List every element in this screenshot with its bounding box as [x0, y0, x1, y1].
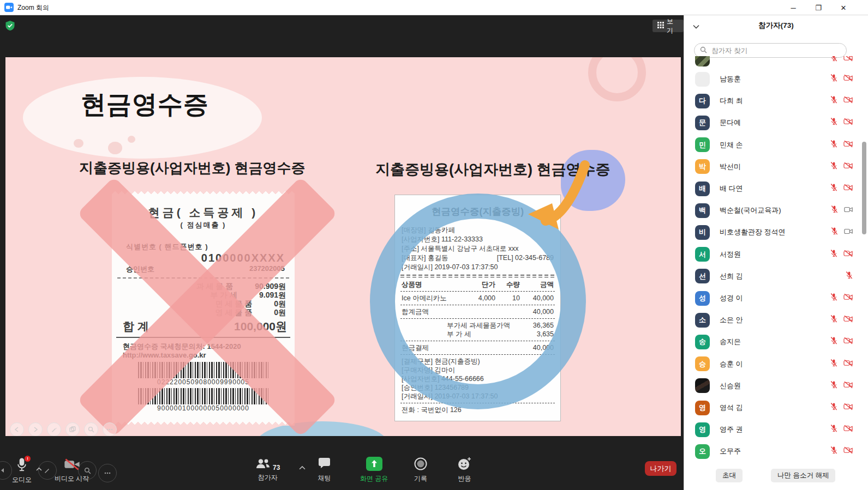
participant-search-input[interactable]	[710, 46, 841, 55]
participant-row[interactable]: 선선희 김	[684, 265, 861, 287]
toolbar-prev-button[interactable]	[0, 461, 12, 480]
video-off-icon	[843, 315, 853, 325]
audio-menu-chevron-icon[interactable]	[36, 463, 42, 473]
video-on-icon	[844, 227, 853, 237]
mic-muted-icon	[830, 205, 839, 216]
avatar	[695, 378, 710, 393]
participant-row[interactable]: 박박선미	[684, 156, 861, 178]
toolbar-more-button[interactable]	[98, 464, 117, 482]
meeting-area: 보기 현금영수증 지출증빙용(사업자번호) 현금영수증 지출증빙용(사업자번호)…	[0, 15, 684, 490]
panel-title: 참가자(73)	[684, 21, 868, 31]
participant-list-scrollbar[interactable]	[862, 142, 866, 234]
avatar: 영	[695, 422, 710, 437]
mic-icon: !	[16, 458, 28, 474]
reactions-button[interactable]: 반응	[457, 457, 472, 483]
participant-row[interactable]: 성성경 이	[684, 287, 861, 309]
invite-button[interactable]: 초대	[716, 469, 743, 482]
receipt-info-line: [주소] 서울특별시 강남구 서초대로 xxx	[402, 244, 554, 253]
minimize-button[interactable]: ─	[781, 0, 805, 15]
avatar: 문	[695, 116, 710, 130]
participant-row[interactable]: 백백순철(국어교육과)	[684, 199, 861, 221]
participants-menu-chevron-icon[interactable]	[299, 462, 306, 472]
mic-muted-icon	[830, 56, 838, 64]
participants-button[interactable]: 73 참가자	[255, 458, 280, 482]
zoom-tool-button[interactable]	[84, 422, 98, 436]
chat-button[interactable]: 채팅	[318, 458, 331, 483]
participant-name: 영석 김	[720, 403, 830, 413]
slide-title: 현금영수증	[81, 88, 209, 122]
more-tools-button[interactable]	[103, 422, 117, 436]
audio-button[interactable]: ! 오디오	[12, 458, 32, 485]
participant-row[interactable]: 서서정원	[684, 244, 861, 265]
reactions-icon	[457, 457, 472, 473]
mic-muted-icon	[830, 424, 838, 435]
mic-muted-icon	[830, 161, 838, 172]
participant-name: 오무주	[720, 446, 830, 456]
participant-row[interactable]: 송송지은	[684, 331, 861, 353]
participant-row[interactable]: 오오무주	[684, 440, 861, 461]
mic-muted-icon	[830, 183, 838, 194]
unmute-self-button[interactable]: 나만 음소거 해제	[771, 469, 835, 482]
receipt-footer-line: [거래일시] 2019-07-03 17:37:50	[402, 392, 554, 401]
participant-search[interactable]	[694, 43, 847, 58]
mic-muted-icon	[830, 336, 838, 347]
video-button[interactable]: 비디오 시작	[55, 458, 89, 483]
participant-name: 백순철(국어교육과)	[720, 205, 830, 215]
participant-name: 비호생활관장 정석연	[720, 227, 830, 237]
grid-icon	[657, 22, 664, 30]
participant-row[interactable]: 소소은 안	[684, 309, 861, 331]
participant-row[interactable]: 남동훈	[684, 68, 861, 90]
video-off-icon	[843, 118, 853, 128]
receipt-footer-line: [승인번호] 123456789	[402, 383, 554, 392]
video-off-icon	[843, 446, 853, 456]
avatar: 다	[695, 94, 710, 108]
mic-muted-icon	[830, 402, 838, 413]
participant-name: 성경 이	[720, 293, 830, 303]
security-shield-icon[interactable]	[5, 21, 15, 31]
participant-row[interactable]: 다다희 최	[684, 90, 861, 112]
avatar: 영	[695, 401, 710, 415]
receipt-title: 현금영수증(지출증빙)	[395, 205, 560, 218]
participant-row[interactable]: 신승원	[684, 375, 861, 397]
video-off-icon	[843, 74, 853, 84]
next-slide-button[interactable]	[28, 422, 43, 436]
decor-ring	[588, 57, 646, 101]
share-screen-button[interactable]: 화면 공유	[360, 457, 388, 483]
avatar	[695, 56, 710, 66]
video-off-icon	[843, 337, 853, 347]
participant-name: 다희 최	[720, 96, 830, 106]
record-button[interactable]: 기록	[414, 457, 428, 483]
video-off-icon	[843, 293, 853, 303]
participant-row[interactable]: 영영석 김	[684, 397, 861, 419]
participant-row[interactable]: 승승훈 이	[684, 353, 861, 375]
video-off-icon	[843, 184, 853, 193]
participant-row[interactable]: 민민채 손	[684, 134, 861, 156]
avatar: 송	[695, 335, 710, 349]
mic-muted-icon	[830, 140, 838, 150]
avatar: 배	[695, 182, 710, 196]
chat-icon	[318, 458, 331, 472]
avatar: 선	[695, 269, 710, 283]
video-off-icon	[843, 403, 853, 413]
leave-button[interactable]: 나가기	[645, 461, 677, 476]
slides-button[interactable]	[65, 422, 80, 436]
participants-icon	[255, 458, 271, 471]
zoom-app-icon	[4, 3, 14, 12]
participants-panel: 참가자(73) 남동훈다다희 최문문다예민민채 손박박선미배배 다연백백순철(국…	[684, 15, 868, 490]
barcode	[138, 388, 268, 404]
mic-muted-icon	[830, 74, 838, 84]
pen-tool-button[interactable]	[47, 422, 61, 436]
participant-name: 송지은	[720, 337, 830, 347]
participant-row[interactable]: 문문다예	[684, 112, 861, 134]
participant-row[interactable]: 영영주 권	[684, 419, 861, 440]
prev-slide-button[interactable]	[10, 422, 24, 436]
video-off-icon	[843, 162, 853, 172]
participant-row[interactable]: 배배 다연	[684, 178, 861, 199]
video-off-icon	[843, 56, 853, 64]
close-button[interactable]: ✕	[831, 0, 855, 15]
view-button[interactable]: 보기	[653, 20, 684, 32]
receipt-line: 면 세 물 품0원	[112, 299, 295, 308]
participant-row[interactable]: 비비호생활관장 정석연	[684, 221, 861, 243]
maximize-button[interactable]: ❐	[806, 0, 830, 15]
view-button-label: 보기	[667, 17, 679, 35]
